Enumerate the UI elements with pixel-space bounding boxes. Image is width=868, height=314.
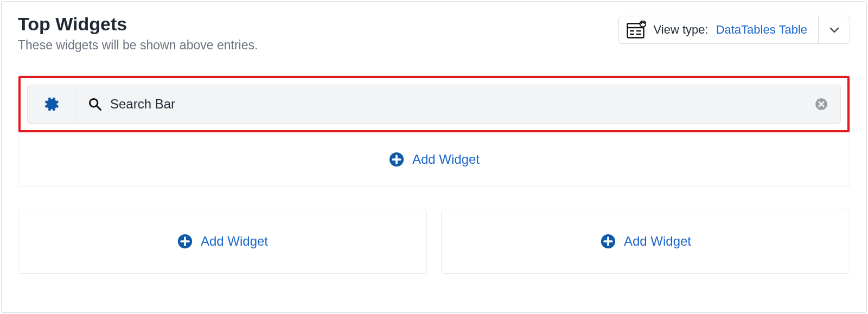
widget-name: Search Bar (75, 85, 802, 123)
widget-name-label: Search Bar (110, 97, 175, 112)
search-icon (87, 97, 103, 112)
view-type-expand[interactable] (819, 16, 850, 44)
plus-circle-icon (177, 233, 193, 249)
gear-icon (43, 96, 60, 112)
add-widget-label: Add Widget (624, 234, 691, 249)
table-icon (627, 21, 646, 39)
panel-header: Top Widgets These widgets will be shown … (18, 14, 850, 53)
view-type-selector[interactable]: View type: DataTables Table (618, 16, 850, 44)
add-widget-slot-right[interactable]: Add Widget (441, 209, 850, 274)
add-widget-top[interactable]: Add Widget (18, 132, 850, 187)
widget-highlight-frame: Search Bar (18, 76, 850, 132)
top-widgets-zone: Search Bar (18, 75, 850, 187)
panel-title: Top Widgets (18, 14, 258, 35)
plus-circle-icon (600, 233, 616, 249)
widget-item-search-bar[interactable]: Search Bar (27, 85, 841, 124)
view-type-value: DataTables Table (716, 23, 807, 37)
top-widgets-panel: Top Widgets These widgets will be shown … (1, 1, 867, 313)
close-circle-icon (814, 97, 828, 111)
widget-remove-button[interactable] (802, 85, 840, 123)
view-type-button[interactable]: View type: DataTables Table (618, 16, 819, 44)
view-type-label: View type: (654, 23, 709, 37)
widget-settings-button[interactable] (28, 85, 75, 123)
plus-circle-icon (388, 151, 405, 168)
add-widget-label: Add Widget (412, 152, 480, 167)
svg-line-8 (97, 106, 101, 110)
panel-subtitle: These widgets will be shown above entrie… (18, 38, 258, 53)
title-block: Top Widgets These widgets will be shown … (18, 14, 258, 53)
chevron-down-icon (828, 24, 840, 36)
widget-slots-row: Add Widget Add Widget (18, 209, 850, 274)
add-widget-slot-left[interactable]: Add Widget (18, 209, 427, 274)
add-widget-label: Add Widget (201, 234, 268, 249)
